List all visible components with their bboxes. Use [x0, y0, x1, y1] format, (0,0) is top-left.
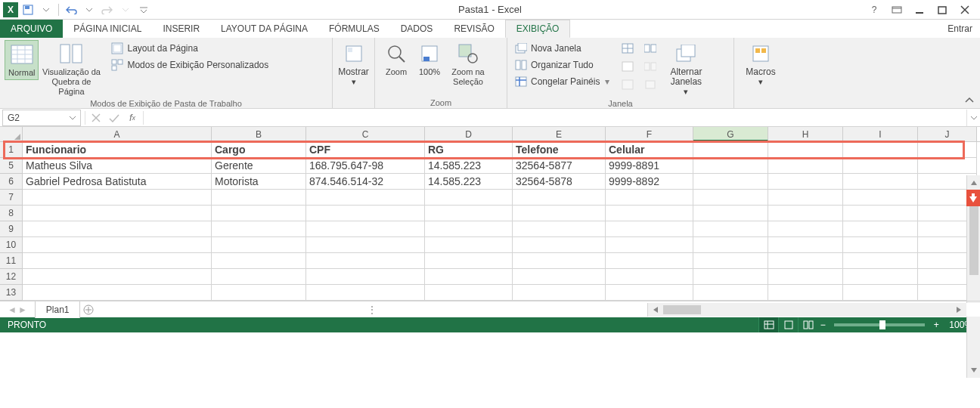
- cell[interactable]: [212, 190, 306, 206]
- cell[interactable]: Telefone: [513, 142, 606, 158]
- cell[interactable]: [306, 206, 425, 221]
- cell[interactable]: Funcionario: [23, 142, 212, 158]
- zoom-slider[interactable]: [834, 323, 925, 326]
- macros-button[interactable]: Macros▾: [743, 40, 778, 88]
- col-header-D[interactable]: D: [425, 127, 513, 141]
- close-icon[interactable]: [954, 2, 975, 18]
- cell[interactable]: [606, 206, 693, 221]
- formula-input[interactable]: [145, 110, 966, 126]
- cell[interactable]: [768, 142, 843, 158]
- zoom-out-icon[interactable]: −: [817, 320, 828, 330]
- cell[interactable]: Celular: [606, 142, 693, 158]
- row-header[interactable]: 1: [0, 142, 23, 158]
- enter-formula-icon[interactable]: [105, 110, 123, 126]
- col-header-F[interactable]: F: [606, 127, 693, 141]
- cell[interactable]: [425, 269, 513, 285]
- expand-formula-bar-icon[interactable]: [966, 110, 980, 126]
- cell[interactable]: [212, 285, 306, 301]
- col-header-C[interactable]: C: [306, 127, 425, 141]
- cell[interactable]: [23, 206, 212, 221]
- cell[interactable]: [918, 158, 977, 174]
- name-box[interactable]: G2: [2, 110, 81, 126]
- col-header-G[interactable]: G: [693, 127, 768, 141]
- hscroll-thumb[interactable]: [663, 305, 701, 314]
- cell[interactable]: [306, 285, 425, 301]
- ribbon-display-icon[interactable]: [886, 2, 907, 18]
- cell[interactable]: CPF: [306, 142, 425, 158]
- cell[interactable]: [306, 221, 425, 237]
- unhide-button[interactable]: [619, 76, 637, 93]
- col-header-H[interactable]: H: [768, 127, 843, 141]
- cell[interactable]: 32564-5877: [513, 158, 606, 174]
- cell[interactable]: [768, 206, 843, 221]
- col-header-E[interactable]: E: [513, 127, 606, 141]
- row-header[interactable]: 11: [0, 253, 23, 269]
- cell[interactable]: Motorista: [212, 174, 306, 190]
- sheet-tab-plan1[interactable]: Plan1: [35, 301, 81, 318]
- page-break-button[interactable]: Visualização da Quebra de Página: [39, 40, 104, 98]
- cell[interactable]: [306, 237, 425, 253]
- cell[interactable]: 9999-8891: [606, 158, 693, 174]
- horizontal-scrollbar[interactable]: [647, 303, 980, 317]
- select-all-corner[interactable]: [0, 127, 23, 141]
- qat-more-icon[interactable]: [38, 2, 54, 18]
- cell[interactable]: [212, 221, 306, 237]
- cell[interactable]: [513, 253, 606, 269]
- cell[interactable]: [212, 269, 306, 285]
- row-header[interactable]: 6: [0, 174, 23, 190]
- switch-windows-button[interactable]: Alternar Janelas ▾: [664, 40, 708, 98]
- cell[interactable]: [693, 142, 768, 158]
- cell[interactable]: [212, 253, 306, 269]
- row-header[interactable]: 5: [0, 158, 23, 174]
- maximize-icon[interactable]: [932, 2, 953, 18]
- save-icon[interactable]: [20, 2, 36, 18]
- cell[interactable]: [768, 221, 843, 237]
- col-header-A[interactable]: A: [23, 127, 212, 141]
- cell[interactable]: [23, 253, 212, 269]
- zoom-button[interactable]: Zoom: [380, 40, 413, 79]
- show-dropdown-button[interactable]: Mostrar▾: [337, 40, 371, 88]
- redo-dropdown-icon[interactable]: [117, 2, 134, 18]
- row-header[interactable]: 12: [0, 269, 23, 285]
- zoom-selection-button[interactable]: Zoom na Seleção: [446, 40, 490, 88]
- cell[interactable]: Cargo: [212, 142, 306, 158]
- status-normal-view-icon[interactable]: [758, 317, 778, 332]
- cell[interactable]: [23, 237, 212, 253]
- row-header[interactable]: 7: [0, 190, 23, 206]
- cell[interactable]: [23, 285, 212, 301]
- cell[interactable]: [768, 253, 843, 269]
- cell[interactable]: 14.585.223: [425, 174, 513, 190]
- cell[interactable]: [513, 237, 606, 253]
- cell[interactable]: 874.546.514-32: [306, 174, 425, 190]
- tab-home[interactable]: PÁGINA INICIAL: [63, 20, 152, 38]
- cell[interactable]: [693, 190, 768, 206]
- zoom-100-button[interactable]: 100%: [413, 40, 446, 79]
- cell[interactable]: [513, 269, 606, 285]
- cell[interactable]: [513, 285, 606, 301]
- scroll-down-icon[interactable]: [967, 363, 980, 378]
- cell[interactable]: [768, 237, 843, 253]
- tab-review[interactable]: REVISÃO: [443, 20, 504, 38]
- undo-dropdown-icon[interactable]: [81, 2, 98, 18]
- col-header-B[interactable]: B: [212, 127, 306, 141]
- scroll-up-icon[interactable]: [967, 175, 980, 190]
- cell[interactable]: [606, 269, 693, 285]
- cell[interactable]: [306, 190, 425, 206]
- cell[interactable]: [843, 206, 918, 221]
- row-header[interactable]: 9: [0, 221, 23, 237]
- sign-in-link[interactable]: Entrar: [947, 20, 980, 38]
- tab-file[interactable]: ARQUIVO: [0, 20, 63, 38]
- cell[interactable]: [23, 190, 212, 206]
- arrange-all-button[interactable]: Organizar Tudo: [512, 57, 612, 73]
- cell[interactable]: [425, 285, 513, 301]
- row-header[interactable]: 13: [0, 285, 23, 301]
- sync-scroll-button[interactable]: [641, 58, 659, 75]
- cell[interactable]: [693, 206, 768, 221]
- cell[interactable]: [918, 142, 977, 158]
- scroll-left-icon[interactable]: [648, 303, 663, 317]
- cell[interactable]: [425, 190, 513, 206]
- cell[interactable]: [843, 174, 918, 190]
- cell[interactable]: [768, 285, 843, 301]
- col-header-J[interactable]: J: [918, 127, 977, 141]
- cell[interactable]: [693, 237, 768, 253]
